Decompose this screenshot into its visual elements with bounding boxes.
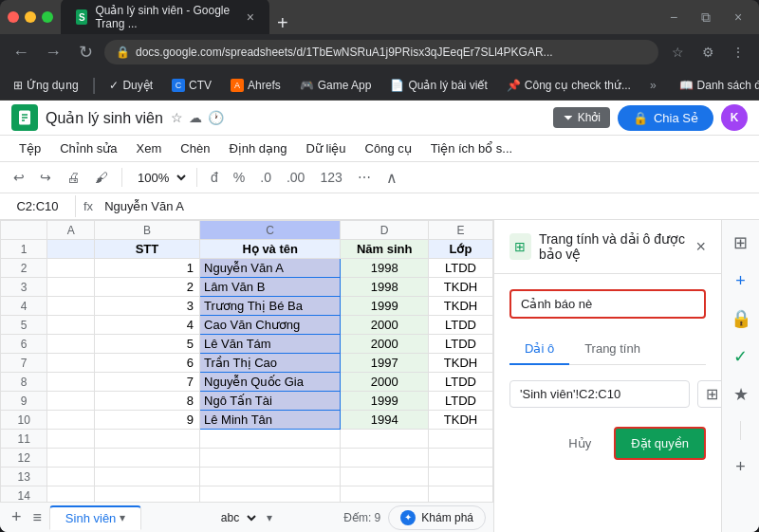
data-cell[interactable]	[200, 486, 341, 503]
data-cell[interactable]	[200, 430, 341, 449]
data-cell[interactable]: 9	[94, 411, 199, 430]
back-button[interactable]: ←	[8, 39, 34, 65]
bookmark-ahrefs[interactable]: A Ahrefs	[225, 77, 287, 94]
data-cell[interactable]: 1994	[341, 411, 429, 430]
undo-button[interactable]: ↩	[8, 166, 30, 189]
close-btn[interactable]: ×	[725, 4, 751, 30]
abc-select[interactable]: abc	[213, 508, 259, 527]
warning-input[interactable]	[521, 297, 694, 311]
data-cell[interactable]: 1999	[341, 392, 429, 411]
redo-button[interactable]: ↪	[34, 166, 57, 189]
data-cell[interactable]	[47, 430, 94, 449]
data-cell[interactable]: 1997	[341, 354, 429, 373]
data-cell[interactable]	[341, 486, 429, 503]
data-cell[interactable]: 2	[94, 278, 199, 297]
print-button[interactable]: 🖨	[61, 166, 85, 189]
data-cell[interactable]: 2000	[341, 335, 429, 354]
address-bar[interactable]: 🔒 docs.google.com/spreadsheets/d/1TbEwNS…	[104, 40, 658, 64]
history-button[interactable]: ⏷ Khởi	[553, 107, 610, 128]
data-cell[interactable]: Ngô Tấn Tài	[200, 392, 341, 411]
data-cell[interactable]: Lê Minh Tân	[200, 411, 341, 430]
menu-congtoo[interactable]: Công cụ	[358, 138, 419, 159]
maximize-window-btn[interactable]	[42, 11, 53, 23]
data-cell[interactable]	[200, 449, 341, 468]
col-header-b[interactable]: B	[94, 221, 199, 240]
data-cell[interactable]: Lâm Văn B	[200, 278, 341, 297]
bookmarks-more[interactable]: »	[644, 77, 662, 94]
bookmark-apps[interactable]: ⊞ Ứng dụng	[8, 77, 84, 94]
close-window-btn[interactable]	[8, 11, 19, 23]
data-cell[interactable]: Trương Thị Bé Ba	[200, 297, 341, 316]
zoom-select[interactable]: 100%	[130, 168, 189, 188]
data-cell[interactable]: LTDD	[429, 392, 493, 411]
panel-tab-trangtinh[interactable]: Trang tính	[569, 334, 656, 364]
data-cell[interactable]: 2000	[341, 373, 429, 392]
data-cell[interactable]: Nguyễn Văn A	[200, 259, 341, 278]
data-cell[interactable]	[47, 278, 94, 297]
data-cell[interactable]: Cao Văn Chương	[200, 316, 341, 335]
data-cell[interactable]: STT	[94, 240, 199, 259]
menu-btn[interactable]: ⋮	[725, 39, 751, 65]
data-cell[interactable]	[200, 468, 341, 486]
sidebar-sheets-btn[interactable]: ⊞	[726, 228, 756, 258]
data-cell[interactable]: 5	[94, 335, 199, 354]
row-number[interactable]: 6	[1, 335, 47, 354]
data-cell[interactable]	[47, 373, 94, 392]
col-header-blank[interactable]	[1, 221, 47, 240]
data-cell[interactable]	[429, 449, 493, 468]
bookmark-ctv[interactable]: C CTV	[166, 77, 217, 94]
sidebar-add-btn[interactable]: +	[726, 266, 756, 296]
sheet-list-btn[interactable]: ≡	[29, 507, 46, 528]
data-cell[interactable]	[341, 468, 429, 486]
row-number[interactable]: 4	[1, 297, 47, 316]
row-number[interactable]: 3	[1, 278, 47, 297]
sidebar-plus-btn[interactable]: +	[726, 451, 756, 482]
menu-tienich[interactable]: Tiện ích bổ s...	[423, 138, 520, 159]
decimal-less-btn[interactable]: .0	[254, 166, 277, 189]
forward-button[interactable]: →	[40, 39, 66, 65]
col-header-c[interactable]: C	[200, 221, 341, 240]
row-number[interactable]: 11	[1, 430, 47, 449]
data-cell[interactable]: LTDD	[429, 316, 493, 335]
menu-dinhdag[interactable]: Định dạng	[221, 138, 294, 159]
format-btn[interactable]: 123	[314, 166, 347, 189]
data-cell[interactable]: Lớp	[429, 240, 493, 259]
extensions-btn[interactable]: ⚙	[694, 39, 721, 65]
data-cell[interactable]	[47, 468, 94, 486]
data-cell[interactable]	[94, 430, 199, 449]
data-cell[interactable]: TKDH	[429, 411, 493, 430]
data-cell[interactable]: Lê Văn Tám	[200, 335, 341, 354]
menu-chinhedit[interactable]: Chỉnh sửa	[52, 138, 124, 159]
sidebar-check-btn[interactable]: ✓	[726, 341, 756, 372]
data-cell[interactable]	[94, 449, 199, 468]
star-icon[interactable]: ☆	[171, 110, 183, 125]
more-btn[interactable]: ⋯	[352, 166, 377, 189]
data-cell[interactable]	[47, 240, 94, 259]
data-cell[interactable]	[47, 297, 94, 316]
row-number[interactable]: 1	[1, 240, 47, 259]
panel-tab-daio[interactable]: Dải ô	[509, 334, 569, 365]
row-number[interactable]: 2	[1, 259, 47, 278]
col-header-a[interactable]: A	[47, 221, 94, 240]
restore-btn[interactable]: ⧉	[693, 4, 719, 30]
confirm-button[interactable]: Đặt quyền	[614, 427, 706, 460]
minimize-window-btn[interactable]	[25, 11, 36, 23]
data-cell[interactable]: 1	[94, 259, 199, 278]
data-cell[interactable]	[429, 430, 493, 449]
currency-btn[interactable]: đ	[205, 166, 224, 189]
range-input[interactable]	[509, 380, 690, 408]
data-cell[interactable]: LTDD	[429, 335, 493, 354]
user-avatar[interactable]: K	[721, 104, 748, 131]
row-number[interactable]: 10	[1, 411, 47, 430]
row-number[interactable]: 14	[1, 486, 47, 503]
explore-button[interactable]: ✦ Khám phá	[388, 505, 486, 530]
data-cell[interactable]: 4	[94, 316, 199, 335]
data-cell[interactable]: 3	[94, 297, 199, 316]
cancel-button[interactable]: Hủy	[557, 431, 602, 456]
sheet-tab-sinvien[interactable]: Sinh viên ▾	[49, 505, 141, 530]
menu-chen[interactable]: Chèn	[173, 138, 217, 159]
data-cell[interactable]	[47, 449, 94, 468]
data-cell[interactable]: TKDH	[429, 297, 493, 316]
decimal-more-btn[interactable]: .00	[281, 166, 310, 189]
data-cell[interactable]	[47, 354, 94, 373]
